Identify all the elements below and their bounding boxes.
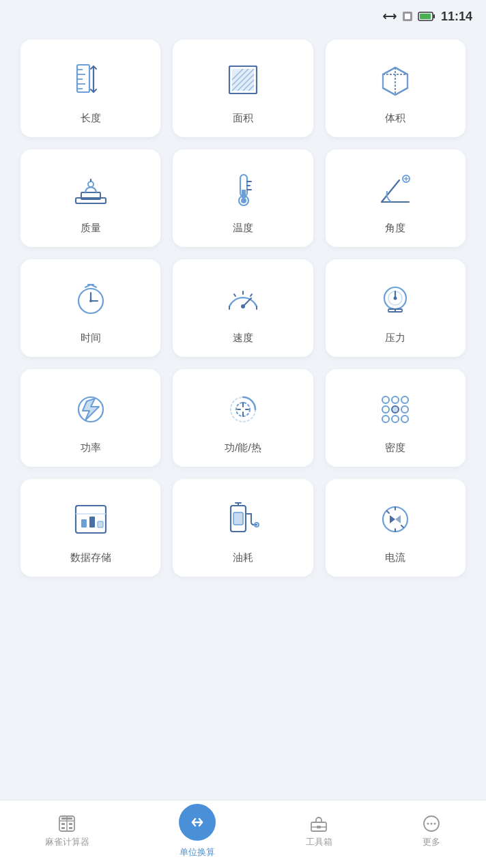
svg-point-34 [241, 198, 246, 203]
card-speed[interactable]: 速度 [173, 259, 313, 357]
area-icon [219, 56, 267, 104]
svg-rect-98 [69, 823, 72, 825]
card-label-data: 数据存储 [70, 551, 111, 564]
card-label-volume: 体积 [385, 112, 405, 125]
svg-rect-81 [89, 517, 95, 527]
nav-item-more[interactable]: 更多 [408, 809, 455, 854]
svg-point-107 [431, 822, 433, 824]
fuel-icon [219, 495, 267, 543]
main-content: 长度 面积 体积 质量 温度 [0, 33, 486, 800]
svg-line-52 [234, 294, 235, 296]
svg-rect-104 [317, 826, 321, 828]
converter-grid: 长度 面积 体积 质量 温度 [20, 40, 466, 577]
volume-icon [371, 56, 419, 104]
card-temperature[interactable]: 温度 [173, 149, 313, 247]
nav-item-unit[interactable]: 单位换算 [165, 798, 229, 864]
card-label-temperature: 温度 [233, 222, 253, 235]
card-label-mass: 质量 [81, 222, 101, 235]
card-label-area: 面积 [233, 112, 253, 125]
svg-point-69 [382, 396, 389, 403]
bottom-nav: 麻雀计算器 单位换算 工具箱 [0, 800, 486, 868]
angle-icon [371, 166, 419, 214]
temperature-icon [219, 166, 267, 214]
svg-rect-82 [98, 521, 103, 527]
card-angle[interactable]: 角度 [326, 149, 466, 247]
svg-rect-97 [61, 823, 65, 825]
card-current[interactable]: 电流 [326, 479, 466, 577]
card-label-fuel: 油耗 [233, 551, 253, 564]
svg-point-55 [241, 304, 245, 308]
svg-rect-80 [81, 519, 87, 527]
current-icon [371, 495, 419, 543]
energy-icon [219, 386, 267, 433]
sim-icon [401, 10, 414, 23]
svg-point-73 [392, 406, 399, 413]
card-data[interactable]: 数据存储 [20, 479, 160, 577]
card-volume[interactable]: 体积 [326, 40, 466, 137]
svg-rect-35 [242, 190, 246, 198]
power-icon [67, 386, 115, 433]
card-fuel[interactable]: 油耗 [173, 479, 313, 577]
svg-point-75 [382, 416, 389, 422]
svg-point-70 [392, 396, 399, 403]
card-label-density: 密度 [385, 442, 405, 454]
svg-rect-3 [433, 14, 435, 18]
card-label-angle: 角度 [385, 222, 405, 235]
card-label-length: 长度 [81, 112, 101, 125]
nav-label-more: 更多 [423, 836, 440, 848]
card-label-power: 功率 [81, 442, 101, 454]
battery-icon [418, 11, 435, 22]
svg-line-40 [382, 180, 399, 202]
length-icon [67, 56, 115, 104]
svg-point-47 [89, 300, 92, 302]
card-area[interactable]: 面积 [173, 40, 313, 137]
data-icon [67, 495, 115, 543]
nav-label-toolbox: 工具箱 [306, 836, 332, 848]
toolbox-icon [309, 814, 328, 833]
card-label-energy: 功/能/热 [225, 442, 261, 454]
card-time[interactable]: 时间 [20, 259, 160, 357]
card-label-speed: 速度 [233, 332, 253, 345]
svg-rect-101 [61, 818, 72, 820]
calculator-icon [57, 814, 76, 833]
status-icons [382, 10, 435, 23]
svg-point-77 [401, 416, 408, 422]
nav-item-toolbox[interactable]: 工具箱 [292, 809, 346, 854]
time-icon [67, 276, 115, 323]
svg-point-30 [88, 182, 94, 187]
svg-line-93 [401, 525, 403, 527]
svg-rect-4 [420, 14, 431, 19]
svg-point-108 [434, 822, 436, 824]
svg-point-106 [427, 822, 429, 824]
svg-rect-99 [61, 827, 65, 829]
card-energy[interactable]: 功/能/热 [173, 369, 313, 467]
card-pressure[interactable]: 压力 [326, 259, 466, 357]
unit-active-circle [179, 804, 216, 841]
pressure-icon [371, 276, 419, 323]
card-label-time: 时间 [81, 332, 101, 345]
mass-icon [67, 166, 115, 214]
svg-point-71 [401, 396, 408, 403]
svg-point-72 [382, 406, 389, 413]
density-icon [371, 386, 419, 433]
nav-item-calculator[interactable]: 麻雀计算器 [31, 809, 103, 854]
card-power[interactable]: 功率 [20, 369, 160, 467]
svg-point-59 [394, 297, 397, 300]
status-bar: 11:14 [0, 0, 486, 33]
card-density[interactable]: 密度 [326, 369, 466, 467]
svg-rect-1 [405, 14, 410, 19]
card-length[interactable]: 长度 [20, 40, 160, 137]
svg-rect-100 [69, 827, 72, 829]
svg-point-74 [401, 406, 408, 413]
more-icon [422, 814, 441, 833]
card-label-current: 电流 [385, 551, 405, 564]
card-label-pressure: 压力 [385, 332, 405, 345]
svg-rect-84 [233, 512, 243, 525]
card-mass[interactable]: 质量 [20, 149, 160, 247]
svg-line-92 [387, 511, 389, 513]
nav-label-unit: 单位换算 [180, 846, 215, 858]
nav-label-calculator: 麻雀计算器 [45, 836, 89, 848]
svg-rect-5 [77, 65, 89, 92]
svg-point-76 [392, 416, 399, 422]
svg-line-53 [251, 294, 252, 296]
